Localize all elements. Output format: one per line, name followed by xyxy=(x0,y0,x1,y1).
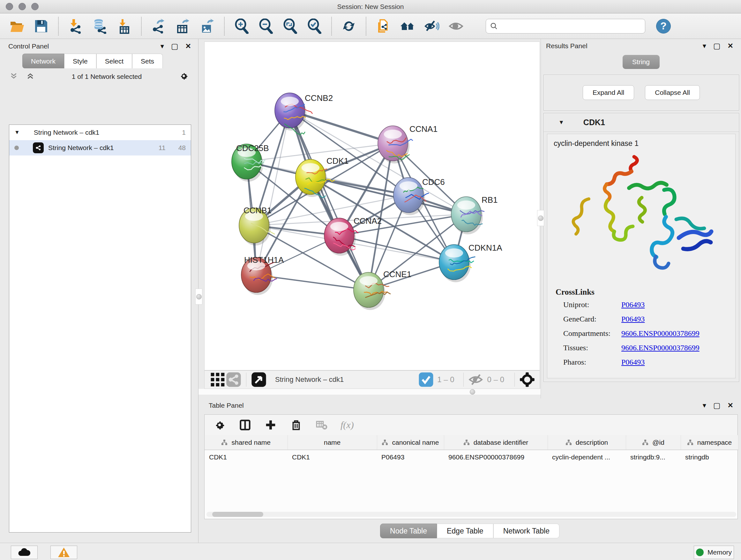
import-network-icon[interactable] xyxy=(68,18,84,34)
cloud-status-button[interactable] xyxy=(11,546,38,559)
control-panel-close-icon[interactable]: ✕ xyxy=(185,43,191,50)
table-cell[interactable]: stringdb:9... xyxy=(626,450,681,464)
memory-status-dot xyxy=(696,549,704,556)
string-copy-icon[interactable] xyxy=(375,18,391,34)
crosslinks-block: CrossLinks Uniprot:P06493GeneCard:P06493… xyxy=(547,288,735,367)
network-edge-CCNB2-CCNE1[interactable] xyxy=(290,111,368,290)
search-box[interactable] xyxy=(486,19,645,34)
birdseye-target-icon[interactable] xyxy=(519,372,535,388)
node-label-CCNA2: CCNA2 xyxy=(354,216,382,226)
table-panel-maximize-icon[interactable]: ▢ xyxy=(713,401,721,409)
network-options-gear-icon[interactable] xyxy=(179,71,189,82)
collapse-all-networks-icon[interactable] xyxy=(10,72,18,81)
string-hide-icon[interactable] xyxy=(424,18,440,34)
control-panel-float-icon[interactable]: ▾ xyxy=(160,43,164,50)
tab-network-table[interactable]: Network Table xyxy=(493,523,559,538)
collapse-all-button[interactable]: Collapse All xyxy=(645,85,700,100)
scrollbar-thumb[interactable] xyxy=(212,512,263,517)
detach-view-icon[interactable] xyxy=(251,372,267,388)
grid-view-icon[interactable] xyxy=(210,372,226,388)
tab-string[interactable]: String xyxy=(623,55,660,69)
section-expand-triangle-icon[interactable]: ▼ xyxy=(558,119,564,126)
zoom-selected-icon[interactable] xyxy=(307,18,322,34)
warnings-button[interactable] xyxy=(51,546,77,559)
results-panel-float-icon[interactable]: ▾ xyxy=(703,43,706,50)
export-network-icon[interactable] xyxy=(151,18,166,34)
zoom-out-icon[interactable] xyxy=(258,18,274,34)
table-row[interactable]: CDK1CDK1P064939606.ENSP00000378699cyclin… xyxy=(205,450,738,464)
tab-network[interactable]: Network xyxy=(22,54,64,68)
export-table-icon[interactable] xyxy=(175,18,191,34)
column-label: @id xyxy=(652,439,664,446)
export-image-icon[interactable] xyxy=(199,18,215,34)
tab-node-table[interactable]: Node Table xyxy=(380,523,437,538)
network-edge-CCNA2-CDKN1A[interactable] xyxy=(339,236,454,262)
delete-column-trash-icon[interactable] xyxy=(289,418,303,432)
control-panel-maximize-icon[interactable]: ▢ xyxy=(171,43,179,50)
column-header-canonicalname[interactable]: canonical name xyxy=(377,435,444,450)
tab-edge-table[interactable]: Edge Table xyxy=(437,523,493,538)
table-cell[interactable]: P06493 xyxy=(377,450,444,464)
table-cell[interactable]: CDK1 xyxy=(205,450,287,464)
right-splitter-handle[interactable] xyxy=(537,210,544,226)
network-share-icon[interactable] xyxy=(226,372,242,388)
column-network-icon xyxy=(463,439,470,446)
node-section-header[interactable]: ▼ CDK1 xyxy=(544,113,739,132)
horizontal-splitter[interactable] xyxy=(199,389,541,395)
crosslink-link-pharos[interactable]: P06493 xyxy=(621,358,645,367)
table-horizontal-scrollbar[interactable] xyxy=(206,512,736,517)
refresh-icon[interactable] xyxy=(341,18,357,34)
expand-all-networks-icon[interactable] xyxy=(26,72,35,81)
network-node-CCNA2[interactable] xyxy=(324,218,358,256)
table-cell[interactable]: 9606.ENSP00000378699 xyxy=(444,450,548,464)
results-panel-close-icon[interactable]: ✕ xyxy=(728,43,733,50)
network-row[interactable]: String Network – cdk1 11 48 xyxy=(9,140,191,155)
crosslink-link-compartments[interactable]: 9606.ENSP00000378699 xyxy=(621,329,699,338)
show-column-icon[interactable] xyxy=(239,418,252,432)
table-settings-gear-icon[interactable] xyxy=(213,418,226,432)
table-cell[interactable]: CDK1 xyxy=(287,450,377,464)
network-node-count: 11 xyxy=(158,144,165,152)
results-panel-maximize-icon[interactable]: ▢ xyxy=(713,42,721,50)
crosslink-link-tissues[interactable]: 9606.ENSP00000378699 xyxy=(621,344,699,352)
string-show-icon[interactable] xyxy=(448,18,464,34)
zoom-fit-icon[interactable] xyxy=(282,18,298,34)
hidden-eye-slash-icon[interactable] xyxy=(468,372,484,388)
save-session-icon[interactable] xyxy=(33,18,49,34)
network-canvas[interactable]: CCNB2CCNA1CDC25BCDK1CDC6RB1CCNB1CCNA2CDK… xyxy=(204,42,540,370)
column-header-namespace[interactable]: namespace xyxy=(681,435,738,450)
crosslink-link-uniprot[interactable]: P06493 xyxy=(621,300,645,309)
expand-all-button[interactable]: Expand All xyxy=(583,85,634,100)
network-type-icon xyxy=(33,142,44,153)
tab-sets[interactable]: Sets xyxy=(132,54,163,68)
import-network-from-database-icon[interactable] xyxy=(92,18,108,34)
column-header-sharedname[interactable]: shared name xyxy=(205,435,287,450)
search-input[interactable] xyxy=(501,22,641,30)
table-panel-close-icon[interactable]: ✕ xyxy=(728,402,733,409)
crosslink-link-genecard[interactable]: P06493 xyxy=(621,315,645,323)
network-collection-row[interactable]: ▼ String Network – cdk1 1 xyxy=(9,125,191,140)
column-header-name[interactable]: name xyxy=(287,435,377,450)
table-panel-float-icon[interactable]: ▾ xyxy=(703,402,706,409)
tab-select[interactable]: Select xyxy=(96,54,132,68)
table-cell[interactable]: cyclin-dependent ... xyxy=(548,450,626,464)
network-node-RB1[interactable] xyxy=(451,197,484,234)
collection-expand-triangle-icon[interactable]: ▼ xyxy=(14,129,20,136)
open-session-icon[interactable] xyxy=(9,18,25,34)
column-header-id[interactable]: @id xyxy=(626,435,681,450)
string-results-buttons: Expand All Collapse All xyxy=(543,75,739,111)
import-table-icon[interactable] xyxy=(116,18,132,34)
memory-button[interactable]: Memory xyxy=(694,546,734,559)
column-header-description[interactable]: description xyxy=(548,435,626,450)
table-cell[interactable]: stringdb xyxy=(681,450,738,464)
tab-style[interactable]: Style xyxy=(64,54,96,68)
crosslink-row: Tissues:9606.ENSP00000378699 xyxy=(556,344,735,352)
add-column-icon[interactable] xyxy=(264,418,277,432)
column-header-databaseidentifier[interactable]: database identifier xyxy=(444,435,548,450)
zoom-in-icon[interactable] xyxy=(233,18,250,34)
string-home-icon[interactable] xyxy=(400,18,415,34)
network-selection-status: 1 of 1 Network selected xyxy=(43,73,171,80)
help-button[interactable]: ? xyxy=(656,19,671,34)
selected-checkbox-icon[interactable] xyxy=(418,372,434,388)
left-splitter-handle[interactable] xyxy=(195,289,202,305)
